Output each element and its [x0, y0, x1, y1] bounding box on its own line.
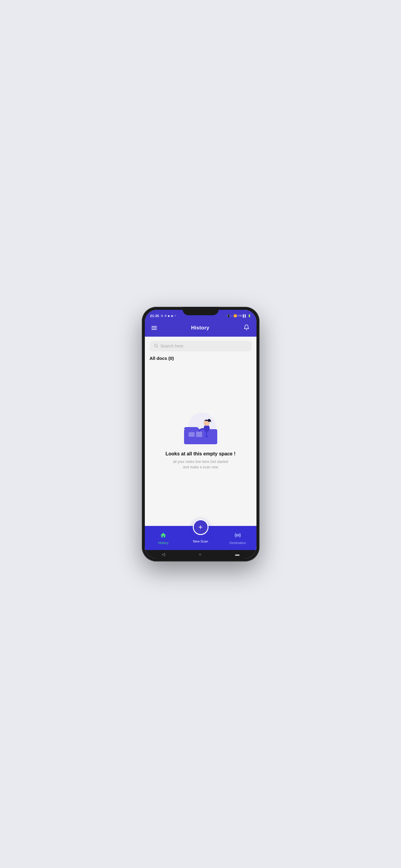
history-icon [160, 532, 167, 540]
app-bar-title: History [191, 325, 209, 331]
notification-button[interactable] [242, 323, 251, 333]
new-scan-fab[interactable]: + [193, 519, 208, 535]
empty-state: Looks at all this empty space ! all your… [150, 364, 252, 522]
history-label: History [158, 541, 168, 545]
fab-plus-icon: + [198, 524, 202, 531]
empty-title: Looks at all this empty space ! [165, 451, 235, 457]
svg-point-7 [208, 419, 210, 422]
svg-rect-9 [196, 432, 202, 437]
status-right-icons: 📳 ↑ 📶 LTE ▌▌ 🔋 [227, 314, 251, 317]
fab-container: + [193, 519, 208, 535]
recents-button[interactable]: ▬ [235, 552, 239, 557]
destination-icon [234, 532, 241, 540]
menu-button[interactable] [150, 325, 158, 331]
phone-screen: 21:35 ⊟ ⚙ ▶ ▶ • 📳 ↑ 📶 LTE ▌▌ 🔋 [145, 310, 256, 558]
destination-label: Destination [229, 541, 246, 545]
phone-notch [182, 307, 219, 315]
empty-subtitle: all your notes live here.Get started and… [170, 459, 231, 470]
back-button[interactable]: ◁ [162, 552, 165, 557]
status-time: 21:35 [150, 314, 159, 318]
status-left-icons: ⊟ ⚙ ▶ ▶ • [161, 314, 176, 317]
svg-line-1 [156, 346, 157, 347]
search-placeholder: Search here [161, 344, 183, 348]
app-bar: History [145, 321, 256, 337]
nav-item-history[interactable]: History [145, 530, 182, 545]
empty-illustration [176, 410, 225, 446]
svg-rect-8 [189, 432, 195, 437]
main-content: Search here All docs (0) [145, 337, 256, 550]
phone-frame: 21:35 ⊟ ⚙ ▶ ▶ • 📳 ↑ 📶 LTE ▌▌ 🔋 [142, 307, 259, 561]
all-docs-label: All docs (0) [150, 355, 252, 361]
search-icon [154, 344, 158, 349]
content-area: Search here All docs (0) [145, 337, 256, 526]
svg-point-10 [237, 534, 239, 536]
bottom-nav: + History New Scan [145, 526, 256, 550]
home-button[interactable]: ○ [199, 552, 201, 557]
nav-item-destination[interactable]: Destination [219, 530, 256, 545]
home-nav-bar: ◁ ○ ▬ [145, 550, 256, 558]
search-bar[interactable]: Search here [150, 341, 252, 351]
new-scan-label: New Scan [193, 539, 208, 543]
